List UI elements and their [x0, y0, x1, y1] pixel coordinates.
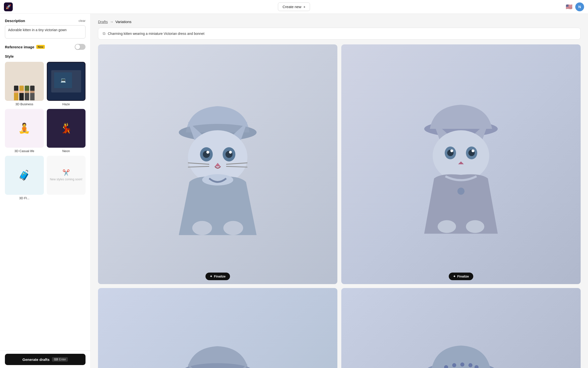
style-item-coming-soon: ✂️ New styles coming soon!	[47, 156, 86, 200]
style-item-neon[interactable]: 💃 Neon	[47, 109, 86, 153]
create-new-plus-icon: +	[303, 5, 306, 9]
figure-4	[30, 86, 35, 100]
style-grid: 3D Business 💻 Haze 🧘 3D Ca	[5, 62, 86, 200]
prompt-display: ⧉ Charming kitten wearing a miniature Vi…	[98, 28, 581, 39]
style-label: Style	[5, 54, 86, 58]
image-placeholder-1	[98, 44, 337, 284]
finalize-button-1[interactable]: ✦ Finalize	[205, 273, 230, 280]
svg-point-30	[438, 220, 456, 233]
svg-point-17	[192, 221, 212, 235]
language-flag-icon[interactable]: 🇺🇸	[566, 4, 572, 10]
figure-1	[14, 86, 18, 100]
style-thumb-travel: 🧳	[5, 156, 44, 195]
image-placeholder-2	[341, 44, 581, 284]
generate-label: Generate drafts	[23, 357, 50, 362]
breadcrumb-variations: Variations	[115, 20, 132, 24]
figure-3	[25, 86, 29, 100]
kitten-image-4	[383, 330, 539, 368]
svg-point-22	[433, 130, 489, 181]
coming-soon-icon: ✂️	[62, 169, 70, 176]
kitten-image-1	[140, 86, 295, 242]
style-name-3d-business: 3D Business	[15, 102, 33, 106]
svg-point-9	[206, 151, 209, 154]
main-layout: Description clear Adorable kitten in a t…	[0, 14, 588, 368]
generate-bar: Generate drafts ⌨ Enter	[0, 351, 90, 368]
image-card-4: ✦ Finalize	[341, 288, 581, 368]
new-badge: New	[36, 45, 45, 49]
top-nav: 🚀 Create new + 🇺🇸 N	[0, 0, 588, 14]
style-section: Style 3D Business 💻	[0, 50, 90, 200]
style-item-haze[interactable]: 💻 Haze	[47, 62, 86, 106]
clear-button[interactable]: clear	[79, 19, 86, 23]
kitten-image-3	[140, 330, 295, 368]
enter-hint: ⌨ Enter	[52, 357, 68, 362]
description-section: Description clear Adorable kitten in a t…	[0, 14, 90, 39]
coming-soon-text: New styles coming soon!	[50, 178, 82, 181]
haze-screen: 💻	[54, 72, 72, 88]
image-card-3: ✦ Finalize	[98, 288, 337, 368]
svg-point-27	[450, 149, 453, 152]
finalize-icon-1: ✦	[210, 275, 212, 278]
svg-point-51	[452, 363, 456, 367]
image-card-2: ✦ Finalize	[341, 44, 581, 284]
image-grid: ✦ Finalize	[98, 44, 581, 368]
finalize-label-2: Finalize	[457, 275, 469, 278]
generate-drafts-button[interactable]: Generate drafts ⌨ Enter	[5, 354, 86, 365]
svg-point-10	[229, 151, 232, 154]
haze-desk: 💻	[51, 70, 81, 93]
create-new-label: Create new	[282, 5, 301, 9]
copy-icon[interactable]: ⧉	[103, 31, 105, 36]
style-name-3d-casual: 3D Casual life	[14, 149, 34, 153]
reference-image-toggle[interactable]	[75, 44, 86, 50]
finalize-button-2[interactable]: ✦ Finalize	[449, 273, 473, 280]
prompt-text: Charming kitten wearing a miniature Vict…	[108, 32, 204, 36]
toggle-knob	[75, 44, 80, 49]
style-item-3d-casual[interactable]: 🧘 3D Casual life	[5, 109, 44, 153]
style-item-travel[interactable]: 🧳 3D Fl...	[5, 156, 44, 200]
style-thumb-haze: 💻	[47, 62, 86, 101]
breadcrumb: Drafts → Variations	[98, 20, 581, 24]
style-name-travel: 3D Fl...	[19, 196, 29, 200]
image-card-1: ✦ Finalize	[98, 44, 337, 284]
svg-point-52	[460, 363, 465, 367]
style-item-3d-business[interactable]: 3D Business	[5, 62, 44, 106]
image-placeholder-3	[98, 288, 337, 368]
breadcrumb-drafts-link[interactable]: Drafts	[98, 20, 108, 24]
svg-point-28	[472, 149, 475, 152]
logo-area: 🚀	[4, 2, 13, 11]
sidebar: Description clear Adorable kitten in a t…	[0, 14, 91, 368]
description-input[interactable]: Adorable kitten in a tiny victorian gown	[5, 25, 86, 39]
user-avatar[interactable]: N	[575, 2, 584, 11]
svg-point-53	[468, 363, 473, 367]
app-logo[interactable]: 🚀	[4, 2, 13, 11]
svg-point-31	[466, 220, 484, 233]
finalize-icon-2: ✦	[453, 275, 456, 278]
kitten-image-2	[383, 86, 539, 242]
nav-right: 🇺🇸 N	[566, 2, 584, 11]
image-placeholder-4	[341, 288, 581, 368]
style-name-neon: Neon	[62, 149, 70, 153]
reference-image-label: Reference image	[5, 45, 34, 49]
style-name-haze: Haze	[62, 102, 70, 106]
figure-2	[19, 86, 24, 100]
svg-point-16	[202, 174, 233, 185]
svg-point-32	[457, 188, 465, 195]
style-thumb-neon: 💃	[47, 109, 86, 148]
content-area: Drafts → Variations ⧉ Charming kitten we…	[91, 14, 588, 368]
style-thumb-3d-casual: 🧘	[5, 109, 44, 148]
create-new-button[interactable]: Create new +	[278, 2, 310, 11]
reference-image-row: Reference image New	[0, 39, 90, 50]
breadcrumb-arrow-icon: →	[110, 20, 113, 24]
finalize-label-1: Finalize	[214, 275, 226, 278]
svg-point-18	[223, 221, 243, 235]
description-header: Description clear	[5, 19, 86, 23]
description-label: Description	[5, 19, 25, 23]
style-thumb-coming-soon: ✂️ New styles coming soon!	[47, 156, 86, 195]
style-thumb-3d-business	[5, 62, 44, 101]
